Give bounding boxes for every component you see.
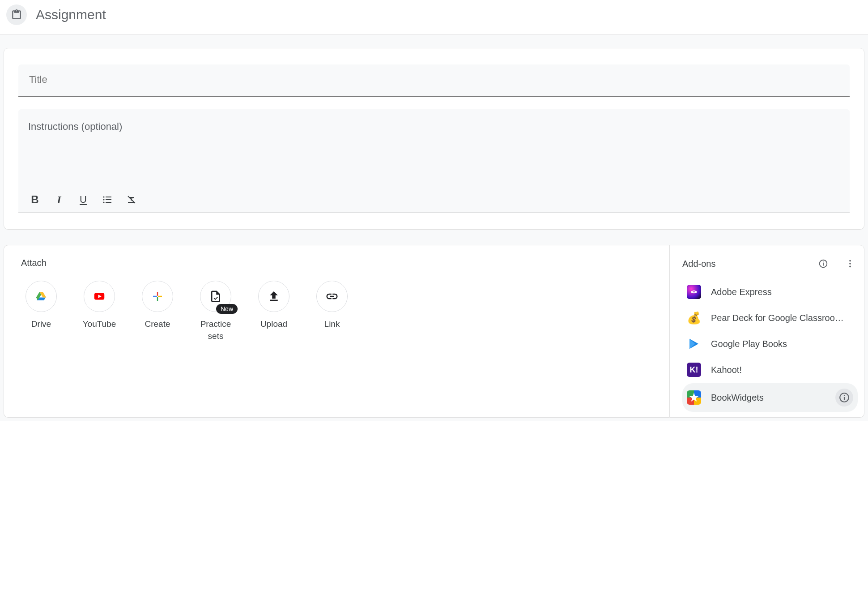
addon-info-button[interactable]: [835, 389, 853, 406]
new-badge: New: [216, 304, 238, 314]
attach-label: Link: [324, 318, 340, 330]
instructions-placeholder: Instructions (optional): [28, 121, 840, 133]
page-title: Assignment: [36, 7, 106, 22]
svg-rect-12: [158, 296, 162, 297]
addon-name: Pear Deck for Google Classroo…: [711, 313, 853, 323]
svg-point-15: [849, 266, 851, 268]
svg-rect-10: [157, 297, 158, 301]
attach-drive[interactable]: Drive: [21, 281, 61, 342]
upload-icon: [258, 281, 289, 312]
attach-youtube[interactable]: YouTube: [79, 281, 119, 342]
addons-info-button[interactable]: [816, 256, 831, 271]
addon-name: Google Play Books: [711, 339, 853, 349]
attach-label: Drive: [31, 318, 51, 330]
attach-section-title: Attach: [21, 258, 662, 268]
attach-label: Practice sets: [196, 318, 236, 342]
play-books-icon: [687, 337, 701, 351]
attach-section: Attach Drive YouTube: [4, 245, 669, 418]
underline-button[interactable]: U: [77, 193, 90, 206]
attach-label: Upload: [260, 318, 287, 330]
assignment-form-card: Instructions (optional) B I U: [4, 48, 864, 230]
bold-button[interactable]: B: [28, 193, 42, 206]
clear-format-button[interactable]: [125, 193, 138, 206]
bookwidgets-icon: [687, 390, 701, 405]
pear-deck-icon: 💰: [687, 311, 701, 325]
addon-name: Kahoot!: [711, 365, 853, 375]
attach-label: Create: [145, 318, 170, 330]
youtube-icon: [84, 281, 115, 312]
attach-create[interactable]: Create: [137, 281, 178, 342]
addon-google-play-books[interactable]: Google Play Books: [682, 331, 858, 356]
attach-label: YouTube: [83, 318, 116, 330]
italic-button[interactable]: I: [52, 193, 66, 206]
title-input[interactable]: [28, 73, 840, 86]
create-icon: [142, 281, 173, 312]
instructions-field-container[interactable]: Instructions (optional) B I U: [18, 109, 850, 213]
addons-section: Add-ons Adobe Express: [669, 245, 864, 418]
addon-name: BookWidgets: [711, 393, 825, 403]
svg-rect-5: [106, 202, 111, 203]
instructions-input[interactable]: [28, 133, 840, 188]
assignment-icon: [6, 4, 27, 25]
kahoot-icon: K!: [687, 363, 701, 377]
title-field-container[interactable]: [18, 64, 850, 97]
addons-section-title: Add-ons: [682, 259, 716, 269]
attach-link[interactable]: Link: [312, 281, 352, 342]
addons-more-button[interactable]: [842, 256, 858, 271]
svg-point-13: [849, 260, 851, 262]
bulleted-list-button[interactable]: [101, 193, 114, 206]
addon-adobe-express[interactable]: Adobe Express: [682, 279, 858, 304]
attach-practice-sets[interactable]: New Practice sets: [196, 281, 236, 342]
svg-rect-9: [157, 292, 158, 296]
adobe-express-icon: [687, 285, 701, 299]
addon-kahoot[interactable]: K! Kahoot!: [682, 357, 858, 382]
drive-icon: [26, 281, 57, 312]
addon-pear-deck[interactable]: 💰 Pear Deck for Google Classroo…: [682, 305, 858, 330]
svg-rect-4: [106, 199, 111, 200]
addon-name: Adobe Express: [711, 287, 853, 297]
format-toolbar: B I U: [28, 188, 840, 213]
link-icon: [316, 281, 348, 312]
svg-point-2: [103, 201, 104, 203]
attach-upload[interactable]: Upload: [254, 281, 294, 342]
addon-bookwidgets[interactable]: BookWidgets: [682, 383, 858, 412]
svg-rect-3: [106, 197, 111, 197]
page-header: Assignment: [0, 0, 868, 34]
svg-point-0: [103, 196, 104, 197]
svg-point-1: [103, 199, 104, 200]
svg-rect-11: [153, 296, 157, 297]
svg-point-14: [849, 263, 851, 265]
